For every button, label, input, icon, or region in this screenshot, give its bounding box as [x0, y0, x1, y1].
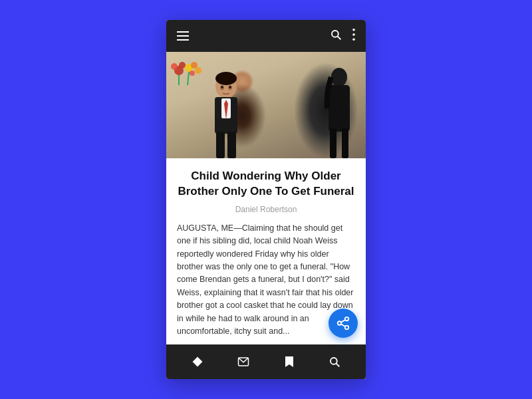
- top-bar-left: [177, 31, 189, 41]
- bottom-bar: [166, 344, 366, 379]
- search-icon[interactable]: [330, 29, 342, 44]
- svg-rect-28: [342, 128, 348, 158]
- search-bottom-icon[interactable]: [329, 356, 340, 368]
- svg-point-15: [215, 72, 237, 85]
- svg-point-7: [179, 62, 186, 68]
- home-diamond-icon[interactable]: [192, 356, 203, 368]
- share-fab-button[interactable]: [329, 309, 358, 338]
- svg-rect-26: [329, 85, 350, 132]
- hamburger-menu-button[interactable]: [177, 31, 189, 41]
- svg-rect-20: [227, 132, 236, 158]
- svg-point-23: [221, 86, 223, 88]
- svg-point-6: [171, 63, 178, 70]
- svg-marker-34: [192, 357, 202, 367]
- content-area: Child Wondering Why Older Brother Only O…: [166, 52, 366, 344]
- article-author: Daniel Robertson: [177, 205, 355, 214]
- svg-line-37: [336, 364, 339, 366]
- top-bar-right: [330, 29, 355, 44]
- svg-line-1: [338, 36, 340, 39]
- mail-icon[interactable]: [237, 356, 249, 368]
- svg-point-24: [229, 86, 231, 88]
- svg-line-32: [341, 324, 345, 327]
- svg-line-13: [188, 72, 189, 85]
- svg-point-4: [352, 38, 355, 41]
- svg-point-10: [195, 67, 201, 74]
- phone-frame: Child Wondering Why Older Brother Only O…: [166, 20, 366, 379]
- svg-point-2: [352, 29, 355, 31]
- svg-point-9: [191, 62, 198, 68]
- top-bar: [166, 20, 366, 52]
- bookmark-icon[interactable]: [284, 355, 295, 368]
- svg-point-25: [331, 68, 347, 86]
- article-title: Child Wondering Why Older Brother Only O…: [177, 169, 355, 200]
- svg-rect-27: [330, 128, 336, 158]
- article-image-bg: [166, 52, 366, 158]
- svg-point-11: [190, 70, 195, 76]
- more-options-icon[interactable]: [352, 29, 355, 44]
- svg-point-3: [352, 33, 355, 36]
- svg-line-33: [341, 320, 345, 323]
- article-image: [166, 52, 366, 158]
- svg-rect-19: [216, 132, 225, 158]
